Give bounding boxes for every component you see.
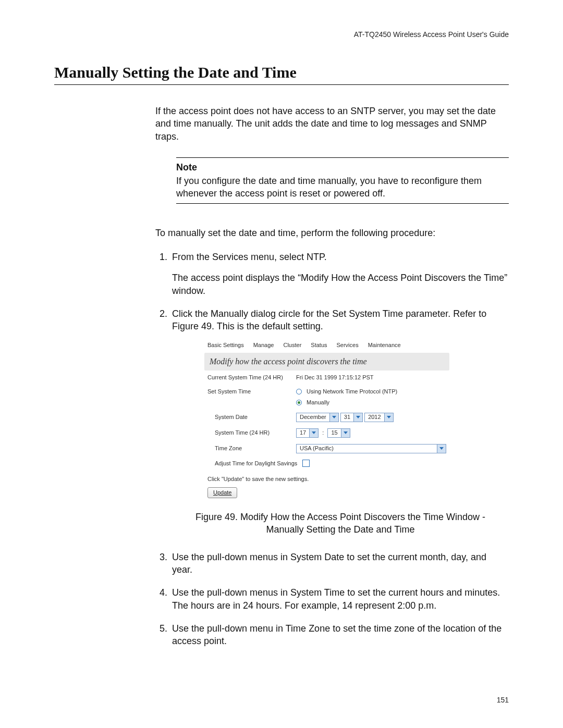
chevron-down-icon [341,429,350,437]
step-2-text: Click the Manually dialog circle for the… [172,309,486,331]
page-title: Manually Setting the Date and Time [54,64,509,81]
dropdown-minute[interactable]: 15 [327,428,350,438]
dropdown-month[interactable]: December [296,413,339,422]
step-3-text: Use the pull-down menus in System Date t… [172,552,486,575]
row-system-date: System Date December 31 2012 [204,410,449,425]
figure-caption: Figure 49. Modify How the Access Point D… [193,511,488,536]
page-number: 151 [497,696,509,704]
ui-screenshot: Basic Settings Manage Cluster Status Ser… [204,339,449,499]
note-rule-top [176,157,509,158]
procedure-list: From the Services menu, select NTP. The … [155,251,509,647]
time-zone-label: Time Zone [207,445,296,452]
chevron-down-icon [309,429,318,437]
system-date-label: System Date [207,413,296,421]
radio-manual-label: Manually [307,399,329,405]
radio-ntp-label: Using Network Time Protocol (NTP) [307,388,397,394]
svg-marker-4 [344,431,348,434]
note-label: Note [176,161,509,174]
dropdown-timezone[interactable]: USA (Pacific) [296,444,446,453]
dropdown-minute-value: 15 [328,429,340,437]
dropdown-day-value: 31 [341,413,353,421]
step-5: Use the pull-down menu in Time Zone to s… [170,622,509,648]
chevron-down-icon [437,445,446,453]
step-4: Use the pull-down menus in System Time t… [170,586,509,612]
step-3: Use the pull-down menus in System Date t… [170,551,509,576]
step-4-text: Use the pull-down menus in System Time t… [172,587,500,610]
dropdown-day[interactable]: 31 [340,413,363,422]
dropdown-timezone-value: USA (Pacific) [297,445,337,452]
tab-status[interactable]: Status [311,341,327,349]
dropdown-year-value: 2012 [365,413,384,421]
step-1: From the Services menu, select NTP. The … [170,251,509,297]
note-block: Note If you configure the date and time … [176,154,509,207]
chevron-down-icon [353,413,362,422]
svg-marker-2 [387,416,391,418]
svg-marker-1 [356,416,360,418]
step-5-text: Use the pull-down menu in Time Zone to s… [172,623,501,646]
title-rule [54,84,509,85]
row-time-zone: Time Zone USA (Pacific) [204,441,449,456]
radio-manual[interactable] [296,400,302,405]
document-page: AT-TQ2450 Wireless Access Point User's G… [0,0,563,728]
ui-tab-bar: Basic Settings Manage Cluster Status Ser… [204,339,449,351]
dropdown-month-value: December [297,413,329,421]
step-1-sub: The access point displays the “Modify Ho… [172,272,509,297]
tab-manage[interactable]: Manage [253,341,274,349]
step-2: Click the Manually dialog circle for the… [170,307,509,536]
chevron-down-icon [329,413,338,422]
dropdown-hour[interactable]: 17 [296,428,319,438]
running-head: AT-TQ2450 Wireless Access Point User's G… [54,30,509,39]
svg-marker-0 [332,416,336,418]
dropdown-year[interactable]: 2012 [364,413,393,422]
ui-section-title: Modify how the access point discovers th… [204,353,449,371]
row-set-system-time: Set System Time Using Network Time Proto… [204,385,449,410]
dst-label: Adjust Time for Daylight Savings [207,460,297,467]
note-rule-bottom [176,203,509,204]
tab-cluster[interactable]: Cluster [283,341,301,349]
row-current-time: Current System Time (24 HR) Fri Dec 31 1… [204,371,449,385]
radio-ntp[interactable] [296,389,302,394]
step-1-text: From the Services menu, select NTP. [172,252,327,262]
row-system-time: System Time (24 HR) 17 : 15 [204,425,449,441]
set-system-time-label: Set System Time [207,388,296,396]
current-time-label: Current System Time (24 HR) [207,374,296,381]
tab-basic-settings[interactable]: Basic Settings [207,341,244,349]
dropdown-hour-value: 17 [297,429,309,437]
row-dst: Adjust Time for Daylight Savings [204,456,449,471]
tab-services[interactable]: Services [337,341,359,349]
time-separator: : [322,429,324,436]
note-text: If you configure the date and time manua… [176,175,509,200]
svg-marker-5 [439,447,444,450]
update-button[interactable]: Update [207,487,237,498]
current-time-value: Fri Dec 31 1999 17:15:12 PST [296,374,446,381]
checkbox-dst[interactable] [302,460,310,467]
update-hint: Click "Update" to save the new settings. [204,470,449,485]
body-column: If the access point does not have access… [155,105,509,647]
chevron-down-icon [384,413,393,422]
system-time-label: System Time (24 HR) [207,429,296,437]
intro-paragraph: If the access point does not have access… [155,105,509,143]
svg-marker-3 [312,431,316,434]
lead-paragraph: To manually set the date and time, perfo… [155,227,509,239]
tab-maintenance[interactable]: Maintenance [368,341,401,349]
